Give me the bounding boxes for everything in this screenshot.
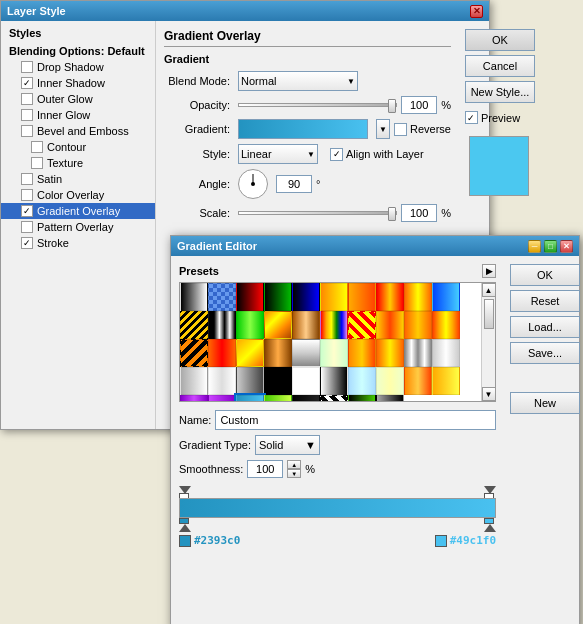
- preview-checkbox[interactable]: ✓: [465, 111, 478, 124]
- preset-11[interactable]: [180, 311, 208, 339]
- gradient-dropdown-arrow[interactable]: ▼: [376, 119, 390, 139]
- sidebar-item-texture[interactable]: Texture: [1, 155, 155, 171]
- opacity-slider-track[interactable]: [238, 103, 397, 107]
- preset-8[interactable]: [376, 283, 404, 311]
- opacity-slider-thumb[interactable]: [388, 99, 396, 113]
- maximize-button[interactable]: □: [544, 240, 557, 253]
- name-input[interactable]: Custom: [215, 410, 496, 430]
- sidebar-item-stroke[interactable]: ✓ Stroke: [1, 235, 155, 251]
- preset-42[interactable]: [208, 395, 236, 402]
- align-layer-checkbox[interactable]: ✓: [330, 148, 343, 161]
- ge-ok-button[interactable]: OK: [510, 264, 580, 286]
- preset-41[interactable]: [180, 395, 208, 402]
- preset-14[interactable]: [264, 311, 292, 339]
- scale-slider-track[interactable]: [238, 211, 397, 215]
- preset-47[interactable]: [348, 395, 376, 402]
- contour-checkbox[interactable]: [31, 141, 43, 153]
- sidebar-item-inner-glow[interactable]: Inner Glow: [1, 107, 155, 123]
- preset-12[interactable]: [208, 311, 236, 339]
- preset-3[interactable]: [236, 283, 264, 311]
- pattern-overlay-checkbox[interactable]: [21, 221, 33, 233]
- reverse-checkbox[interactable]: [394, 123, 407, 136]
- sidebar-item-contour[interactable]: Contour: [1, 139, 155, 155]
- scroll-down-button[interactable]: ▼: [482, 387, 496, 401]
- sidebar-item-gradient-overlay[interactable]: ✓ Gradient Overlay: [1, 203, 155, 219]
- preset-19[interactable]: [404, 311, 432, 339]
- preset-37[interactable]: [348, 367, 376, 395]
- preset-4[interactable]: [264, 283, 292, 311]
- ok-button[interactable]: OK: [465, 29, 535, 51]
- preset-29[interactable]: [404, 339, 432, 367]
- preset-7[interactable]: [348, 283, 376, 311]
- smoothness-up-button[interactable]: ▲: [287, 460, 301, 469]
- drop-shadow-checkbox[interactable]: [21, 61, 33, 73]
- preset-5[interactable]: [292, 283, 320, 311]
- sidebar-item-blending-options[interactable]: Blending Options: Default: [1, 43, 155, 59]
- color-stop-left[interactable]: [179, 518, 191, 532]
- preset-35[interactable]: [292, 367, 320, 395]
- preset-40[interactable]: [432, 367, 460, 395]
- scale-input[interactable]: 100: [401, 204, 437, 222]
- preset-33[interactable]: [236, 367, 264, 395]
- opacity-input[interactable]: 100: [401, 96, 437, 114]
- preset-45[interactable]: [292, 395, 320, 402]
- preset-17[interactable]: [348, 311, 376, 339]
- ge-save-button[interactable]: Save...: [510, 342, 580, 364]
- color-overlay-checkbox[interactable]: [21, 189, 33, 201]
- layer-style-close-button[interactable]: ✕: [470, 5, 483, 18]
- preset-16[interactable]: [320, 311, 348, 339]
- stroke-checkbox[interactable]: ✓: [21, 237, 33, 249]
- texture-checkbox[interactable]: [31, 157, 43, 169]
- angle-input[interactable]: 90: [276, 175, 312, 193]
- preset-bw[interactable]: [180, 283, 208, 311]
- sidebar-item-pattern-overlay[interactable]: Pattern Overlay: [1, 219, 155, 235]
- gradient-overlay-checkbox[interactable]: ✓: [21, 205, 33, 217]
- smoothness-input[interactable]: [247, 460, 283, 478]
- preset-18[interactable]: [376, 311, 404, 339]
- cancel-button[interactable]: Cancel: [465, 55, 535, 77]
- ge-reset-button[interactable]: Reset: [510, 290, 580, 312]
- gradient-type-select[interactable]: Solid ▼: [255, 435, 320, 455]
- blend-mode-select[interactable]: Normal ▼: [238, 71, 358, 91]
- angle-dial[interactable]: [238, 169, 268, 199]
- opacity-stop-right[interactable]: [484, 486, 496, 498]
- style-select[interactable]: Linear ▼: [238, 144, 318, 164]
- preset-39[interactable]: [404, 367, 432, 395]
- scroll-up-button[interactable]: ▲: [482, 283, 496, 297]
- preset-48[interactable]: [376, 395, 404, 402]
- sidebar-item-outer-glow[interactable]: Outer Glow: [1, 91, 155, 107]
- gradient-preview[interactable]: [238, 119, 368, 139]
- preset-22[interactable]: [208, 339, 236, 367]
- satin-checkbox[interactable]: [21, 173, 33, 185]
- presets-expand-button[interactable]: ▶: [482, 264, 496, 278]
- preset-46[interactable]: [320, 395, 348, 402]
- preset-36[interactable]: [320, 367, 348, 395]
- preset-checker2[interactable]: [208, 283, 236, 311]
- sidebar-item-inner-shadow[interactable]: ✓ Inner Shadow: [1, 75, 155, 91]
- preset-28[interactable]: [376, 339, 404, 367]
- preset-24[interactable]: [264, 339, 292, 367]
- scroll-thumb[interactable]: [484, 299, 494, 329]
- preset-21[interactable]: [180, 339, 208, 367]
- sidebar-item-bevel-emboss[interactable]: Bevel and Emboss: [1, 123, 155, 139]
- preset-13[interactable]: [236, 311, 264, 339]
- preset-9[interactable]: [404, 283, 432, 311]
- sidebar-item-satin[interactable]: Satin: [1, 171, 155, 187]
- scale-slider-thumb[interactable]: [388, 207, 396, 221]
- new-style-button[interactable]: New Style...: [465, 81, 535, 103]
- preset-6[interactable]: [320, 283, 348, 311]
- preset-44[interactable]: [264, 395, 292, 402]
- outer-glow-checkbox[interactable]: [21, 93, 33, 105]
- gradient-bar[interactable]: [179, 498, 496, 518]
- inner-glow-checkbox[interactable]: [21, 109, 33, 121]
- sidebar-item-color-overlay[interactable]: Color Overlay: [1, 187, 155, 203]
- preset-26[interactable]: [320, 339, 348, 367]
- preset-38[interactable]: [376, 367, 404, 395]
- minimize-button[interactable]: ─: [528, 240, 541, 253]
- smoothness-down-button[interactable]: ▼: [287, 469, 301, 478]
- sidebar-item-drop-shadow[interactable]: Drop Shadow: [1, 59, 155, 75]
- preset-23[interactable]: [236, 339, 264, 367]
- close-button[interactable]: ✕: [560, 240, 573, 253]
- inner-shadow-checkbox[interactable]: ✓: [21, 77, 33, 89]
- preset-34[interactable]: [264, 367, 292, 395]
